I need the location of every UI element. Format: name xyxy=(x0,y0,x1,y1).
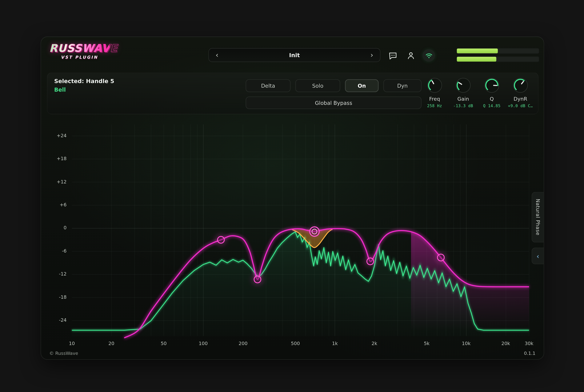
chat-icon[interactable] xyxy=(386,49,399,62)
selection-info: Selected: Handle 5 Bell xyxy=(54,78,114,93)
preset-name[interactable]: Init xyxy=(289,52,300,58)
global-bypass-button[interactable]: Global Bypass xyxy=(246,96,421,109)
x-tick-label: 20k xyxy=(497,340,514,346)
y-tick-label: -6 xyxy=(50,248,67,254)
y-tick-label: +6 xyxy=(50,202,67,208)
eq-handle[interactable] xyxy=(367,258,374,265)
preset-bar: ‹ Init › xyxy=(208,48,380,62)
x-tick-label: 200 xyxy=(235,340,251,346)
y-tick-label: -24 xyxy=(50,317,67,323)
eq-graph[interactable] xyxy=(72,124,529,336)
knob-freq[interactable]: Freq258 Hz xyxy=(420,77,449,108)
x-tick-label: 50 xyxy=(155,340,172,346)
x-tick-label: 2k xyxy=(366,340,383,346)
eq-handle[interactable] xyxy=(217,236,224,243)
knob-label: Gain xyxy=(457,96,469,102)
knob-value: 258 Hz xyxy=(427,103,442,108)
knob-dynr[interactable]: DynR+9.0 dB C… xyxy=(506,77,535,108)
output-meters xyxy=(456,48,539,62)
y-tick-label: +24 xyxy=(50,133,67,138)
logo-title: RUSSWAVE xyxy=(49,43,110,54)
knob-dial xyxy=(483,77,500,94)
side-tab: Natural Phase ‹ xyxy=(532,192,544,264)
logo: RUSSWAVE VST PLUGIN xyxy=(49,43,110,60)
knob-label: DynR xyxy=(514,96,527,102)
x-tick-label: 20 xyxy=(103,340,120,346)
y-tick-label: +18 xyxy=(50,156,67,161)
logo-subtitle: VST PLUGIN xyxy=(49,55,110,60)
knob-value: -13.3 dB xyxy=(453,103,473,108)
natural-phase-tab[interactable]: Natural Phase xyxy=(532,192,544,242)
knob-gain[interactable]: Gain-13.3 dB xyxy=(449,77,477,108)
user-icon[interactable] xyxy=(404,49,417,62)
preset-next-button[interactable]: › xyxy=(369,52,375,58)
dyn-button[interactable]: Dyn xyxy=(383,79,421,92)
screen: RUSSWAVE VST PLUGIN ‹ Init › xyxy=(0,0,584,392)
plugin-window: RUSSWAVE VST PLUGIN ‹ Init › xyxy=(41,36,544,360)
knobs: Freq258 HzGain-13.3 dBQQ 14.85DynR+9.0 d… xyxy=(420,77,535,108)
knob-label: Q xyxy=(490,96,494,102)
version: 0.1.1 xyxy=(524,351,535,356)
knob-value: Q 14.85 xyxy=(483,103,501,108)
y-tick-label: -12 xyxy=(50,271,67,276)
meter-track xyxy=(456,48,539,54)
x-tick-label: 1k xyxy=(327,340,343,346)
solo-button[interactable]: Solo xyxy=(296,79,340,92)
preset-prev-button[interactable]: ‹ xyxy=(214,52,220,58)
knob-q[interactable]: QQ 14.85 xyxy=(477,77,506,108)
x-tick-label: 10k xyxy=(458,340,474,346)
wifi-icon[interactable] xyxy=(423,49,435,62)
filter-type-label: Bell xyxy=(54,87,114,93)
knob-label: Freq xyxy=(429,96,440,102)
on-button[interactable]: On xyxy=(345,79,379,92)
knob-dial xyxy=(512,77,529,94)
x-tick-label: 30k xyxy=(521,340,537,346)
x-tick-label: 500 xyxy=(287,340,304,346)
eq-handle[interactable] xyxy=(437,254,444,261)
knob-dial xyxy=(426,77,443,94)
x-tick-label: 5k xyxy=(418,340,435,346)
copyright: © RussWave xyxy=(49,351,78,356)
eq-plot: 1020501002005001k2k5k10k20k30k+24+18+12+… xyxy=(72,124,529,336)
y-tick-label: -18 xyxy=(50,294,67,300)
natural-phase-label: Natural Phase xyxy=(535,199,541,236)
delta-button[interactable]: Delta xyxy=(246,79,290,92)
x-tick-label: 100 xyxy=(195,340,211,346)
header-icons xyxy=(386,49,435,62)
collapse-chevron-icon[interactable]: ‹ xyxy=(532,248,544,264)
x-tick-label: 10 xyxy=(64,340,80,346)
knob-value: +9.0 dB C… xyxy=(508,103,533,108)
selected-handle-label: Selected: Handle 5 xyxy=(54,78,114,85)
eq-handle[interactable] xyxy=(254,276,261,283)
meter-fill xyxy=(457,48,498,54)
meter-track xyxy=(456,56,539,62)
band-buttons: Delta Solo On Dyn Global Bypass xyxy=(246,79,421,109)
meter-fill xyxy=(457,57,496,62)
knob-dial xyxy=(455,77,472,94)
control-bar: Selected: Handle 5 Bell Delta Solo On Dy… xyxy=(47,72,538,114)
y-tick-label: +12 xyxy=(50,179,67,184)
eq-handle-selected[interactable] xyxy=(310,227,319,236)
y-tick-label: 0 xyxy=(50,225,67,230)
